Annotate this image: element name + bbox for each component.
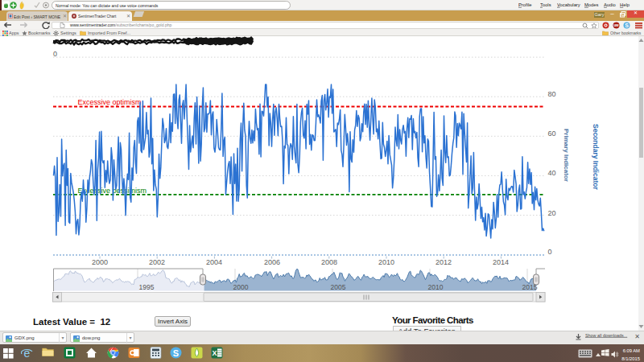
svg-text:Excessive optimism: Excessive optimism [78,98,142,106]
svg-text:2010: 2010 [378,258,394,266]
svg-text:2010: 2010 [428,283,444,291]
svg-text:e: e [24,347,31,359]
svg-text:2014: 2014 [493,258,509,266]
svg-text:X: X [212,349,217,357]
svg-text:S: S [173,348,179,358]
svg-text:2000: 2000 [92,258,108,266]
svg-text:2008: 2008 [321,258,337,266]
svg-text:60: 60 [548,130,556,138]
svg-text:2002: 2002 [149,258,165,266]
svg-text:S: S [625,23,629,28]
svg-text:20: 20 [548,209,556,217]
svg-text:0: 0 [53,50,57,58]
svg-text:80: 80 [548,90,556,98]
svg-text:2012: 2012 [436,258,452,266]
svg-text:40: 40 [548,169,556,177]
svg-text:Primary Indicator: Primary Indicator [563,129,570,182]
svg-text:1995: 1995 [139,283,155,291]
svg-text:2004: 2004 [206,258,222,266]
svg-text:2000: 2000 [233,283,249,291]
svg-text:Secondary Indicator: Secondary Indicator [592,124,600,190]
svg-text:uw: uw [613,23,619,27]
svg-text:2006: 2006 [264,258,280,266]
svg-text:0: 0 [548,248,552,256]
svg-text:2005: 2005 [331,283,346,291]
